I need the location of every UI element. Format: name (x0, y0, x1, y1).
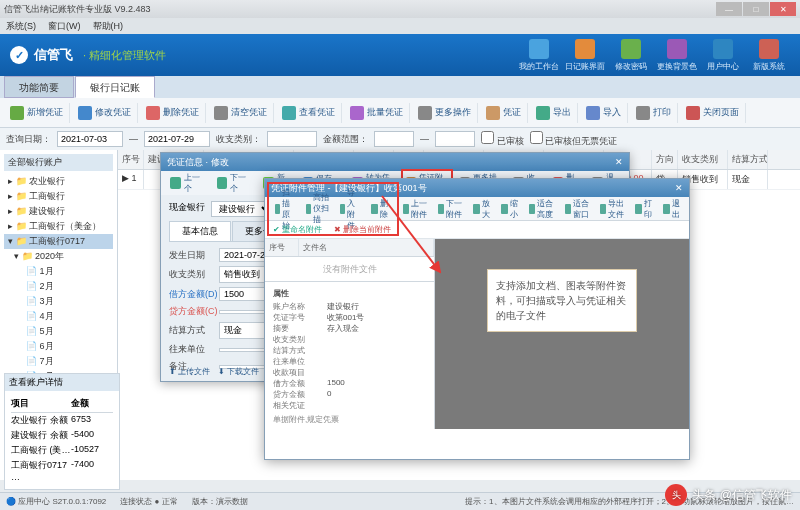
tree-item[interactable]: 📄 6月 (4, 339, 113, 354)
attach-delete-opt[interactable]: ✖ 删除当前附件 (334, 224, 391, 235)
minimize-button[interactable]: — (716, 2, 742, 16)
prop-row: 往来单位 (273, 356, 426, 367)
upload-file-link[interactable]: ⬆ 上传文件 (169, 366, 210, 377)
attach-toolbar-button[interactable]: 缩小 (497, 196, 525, 222)
filter-date-from[interactable] (57, 131, 123, 147)
filter-date-label: 查询日期： (6, 133, 51, 146)
theme-icon (667, 39, 687, 59)
status-conn: 连接状态 ● 正常 (120, 496, 177, 507)
voucher-toolbar-button[interactable]: 下一个 (212, 170, 257, 196)
filter-cat-label: 收支类别： (216, 133, 261, 146)
voucher-toolbar-icon (217, 177, 228, 189)
menu-item[interactable]: 帮助(H) (93, 20, 124, 33)
toolbar-icon (536, 106, 550, 120)
callout-text: 支持添加文档、图表等附件资料，可扫描或导入与凭证相关的电子文件 (487, 269, 637, 332)
tree-item[interactable]: ▾ 📁 工商银行0717 (4, 234, 113, 249)
toolbar-button[interactable]: 清空凭证 (208, 103, 274, 123)
filter-amt-from[interactable] (374, 131, 414, 147)
filter-checked[interactable]: 已审核 (481, 131, 524, 148)
attach-toolbar-button[interactable]: 上一附件 (399, 196, 434, 222)
balance-row: 农业银行 余额6753 (11, 413, 113, 428)
tree-item[interactable]: ▾ 📁 2020年 (4, 249, 113, 264)
prop-row: 借方金额1500 (273, 378, 426, 389)
tree-item[interactable]: 📄 1月 (4, 264, 113, 279)
filter-amt-label: 金额范围： (323, 133, 368, 146)
attach-toolbar-icon (635, 204, 642, 214)
workbench-icon (529, 39, 549, 59)
toolbar-button[interactable]: 更多操作 (412, 103, 478, 123)
balance-row: 工商银行 (美…-10527 (11, 443, 113, 458)
voucher-close-icon[interactable]: ✕ (615, 157, 623, 167)
journal-button[interactable]: 日记账界面 (564, 39, 606, 72)
prop-row: 结算方式 (273, 345, 426, 356)
tree-item[interactable]: ▸ 📁 建设银行 (4, 204, 113, 219)
filter-checked2[interactable]: 已审核但无票凭证 (530, 131, 618, 148)
grid-cell: 现金 (728, 170, 768, 189)
tree-item[interactable]: 📄 4月 (4, 309, 113, 324)
toolbar-button[interactable]: 导出 (530, 103, 578, 123)
main-tab[interactable]: 银行日记账 (75, 76, 155, 98)
password-button[interactable]: 修改密码 (610, 39, 652, 72)
close-button[interactable]: ✕ (770, 2, 796, 16)
tree-item[interactable]: 📄 3月 (4, 294, 113, 309)
app-version: V9.2.483 (115, 4, 151, 14)
toolbar-button[interactable]: 查看凭证 (276, 103, 342, 123)
attach-close-icon[interactable]: ✕ (675, 183, 683, 193)
grid-header[interactable]: 结算方式 (728, 150, 768, 169)
maximize-button[interactable]: □ (743, 2, 769, 16)
attach-toolbar-button[interactable]: 适合窗口 (561, 196, 596, 222)
filter-amt-to[interactable] (435, 131, 475, 147)
journal-icon (575, 39, 595, 59)
new-system-button[interactable]: 新版系统 (748, 39, 790, 72)
attach-toolbar-icon (473, 204, 480, 214)
new-system-icon (759, 39, 779, 59)
menu-item[interactable]: 系统(S) (6, 20, 36, 33)
voucher-tab-basic[interactable]: 基本信息 (169, 221, 231, 241)
logo-icon: ✓ (10, 46, 28, 64)
toolbar-button[interactable]: 批量凭证 (344, 103, 410, 123)
toolbar-button[interactable]: 修改凭证 (72, 103, 138, 123)
attach-toolbar-icon (529, 204, 535, 214)
attach-toolbar-icon (438, 204, 444, 214)
tree-item[interactable]: ▸ 📁 农业银行 (4, 174, 113, 189)
attach-toolbar-icon (600, 204, 606, 214)
attach-toolbar-button[interactable]: 下一附件 (434, 196, 469, 222)
attach-toolbar-button[interactable]: 放大 (469, 196, 497, 222)
grid-header[interactable]: 方向 (652, 150, 678, 169)
attach-toolbar-button[interactable]: 退出 (659, 196, 687, 222)
attach-toolbar-icon (371, 204, 378, 214)
grid-header[interactable]: 收支类别 (678, 150, 728, 169)
user-center-button[interactable]: 用户中心 (702, 39, 744, 72)
menu-item[interactable]: 窗口(W) (48, 20, 81, 33)
toolbar-button[interactable]: 凭证 (480, 103, 528, 123)
toolbar-button[interactable]: 新增凭证 (4, 103, 70, 123)
attach-rename-opt[interactable]: ✔ 重命名附件 (273, 224, 322, 235)
toolbar-button[interactable]: 导入 (580, 103, 628, 123)
grid-header[interactable]: 序号 (118, 150, 144, 169)
filter-cat[interactable] (267, 131, 317, 147)
main-tab[interactable]: 功能简要 (4, 76, 74, 98)
prop-row: 收款项目 (273, 367, 426, 378)
filter-date-to[interactable] (144, 131, 210, 147)
prop-row: 贷方金额0 (273, 389, 426, 400)
prop-row: 相关凭证 (273, 400, 426, 411)
toolbar-button[interactable]: 关闭页面 (680, 103, 746, 123)
tree-item[interactable]: ▸ 📁 工商银行 (4, 189, 113, 204)
attach-toolbar-button[interactable]: 打印 (631, 196, 659, 222)
toolbar-button[interactable]: 打印 (630, 103, 678, 123)
toolbar-icon (636, 106, 650, 120)
attach-toolbar-button[interactable]: 适合高度 (525, 196, 560, 222)
tree-title: 全部银行账户 (4, 154, 113, 171)
tree-item[interactable]: 📄 2月 (4, 279, 113, 294)
workbench-button[interactable]: 我的工作台 (518, 39, 560, 72)
tree-item[interactable]: ▸ 📁 工商银行（美金） (4, 219, 113, 234)
theme-button[interactable]: 更换背景色 (656, 39, 698, 72)
toolbar-button[interactable]: 删除凭证 (140, 103, 206, 123)
attach-toolbar-button[interactable]: 导出文件 (596, 196, 631, 222)
tree-item[interactable]: 📄 7月 (4, 354, 113, 369)
tree-item[interactable]: 📄 5月 (4, 324, 113, 339)
download-file-link[interactable]: ⬇ 下载文件 (218, 366, 259, 377)
toolbar-icon (10, 106, 24, 120)
voucher-toolbar-button[interactable]: 上一个 (165, 170, 210, 196)
toolbar-icon (214, 106, 228, 120)
